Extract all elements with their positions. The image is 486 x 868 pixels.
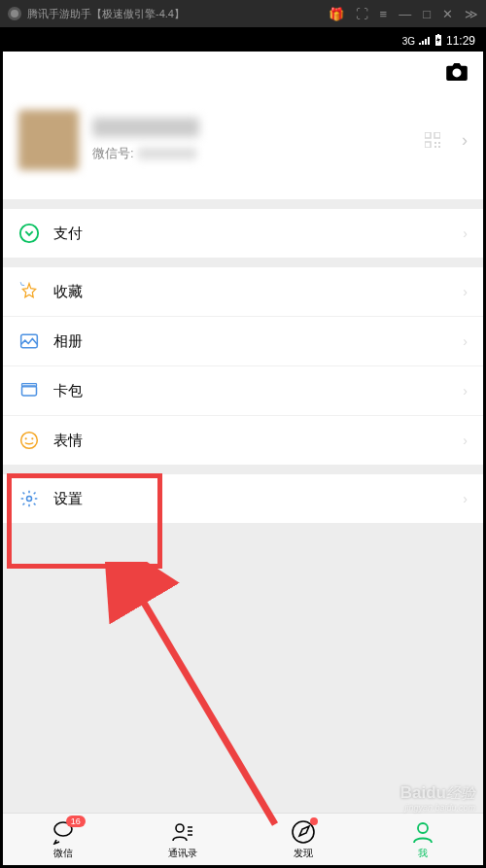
clock: 11:29 — [446, 34, 475, 48]
nickname — [92, 118, 199, 137]
badge: 16 — [66, 816, 86, 827]
svg-point-17 — [27, 497, 32, 502]
discover-icon — [291, 819, 316, 845]
settings-icon — [18, 488, 40, 509]
signal-bars-icon — [419, 34, 431, 48]
cards-icon — [18, 380, 40, 401]
gift-icon[interactable]: 🎁 — [329, 7, 344, 21]
chevron-right-icon: › — [463, 333, 468, 349]
menu-item-favorites[interactable]: 收藏 › — [3, 267, 483, 317]
svg-rect-12 — [22, 386, 37, 396]
album-icon — [18, 330, 40, 352]
empty-area — [3, 523, 483, 813]
fullscreen-icon[interactable]: ⛶ — [356, 7, 368, 21]
pay-icon — [18, 223, 40, 244]
signal-icon: 3G — [402, 36, 415, 47]
menu-item-settings[interactable]: 设置 › — [3, 474, 483, 523]
svg-point-19 — [176, 824, 184, 832]
chevron-right-icon: › — [463, 284, 468, 299]
sticker-icon — [18, 430, 40, 451]
close-icon[interactable]: ✕ — [442, 7, 453, 21]
tab-wechat[interactable]: 16 微信 — [3, 814, 123, 865]
tabbar: 16 微信 通讯录 发现 我 — [3, 813, 483, 865]
tab-me[interactable]: 我 — [364, 814, 484, 865]
menu-label: 表情 — [53, 432, 463, 450]
chevron-right-icon: › — [462, 130, 468, 151]
svg-point-16 — [31, 437, 33, 439]
emulator-title: 腾讯手游助手【极速傲引擎-4.4】 — [27, 7, 329, 21]
menu-item-cards[interactable]: 卡包 › — [3, 366, 483, 416]
contacts-icon — [170, 819, 195, 845]
tab-label: 微信 — [53, 847, 73, 860]
tab-label: 我 — [418, 847, 428, 860]
menu-group-pay: 支付 › — [3, 209, 483, 258]
header-bar — [3, 52, 483, 92]
svg-point-0 — [11, 10, 18, 17]
profile-section[interactable]: 微信号: › — [3, 92, 483, 199]
menu-group-content: 收藏 › 相册 › 卡包 › 表情 — [3, 267, 483, 465]
favorites-icon — [18, 281, 40, 302]
menu-label: 支付 — [53, 225, 463, 243]
emulator-logo-icon — [8, 7, 21, 20]
tab-discover[interactable]: 发现 — [243, 814, 364, 865]
minimize-icon[interactable]: — — [399, 7, 411, 21]
menu-item-sticker[interactable]: 表情 › — [3, 416, 483, 465]
svg-rect-2 — [437, 34, 439, 35]
svg-rect-6 — [434, 142, 436, 144]
chat-icon: 16 — [51, 819, 76, 845]
menu-group-settings: 设置 › — [3, 474, 483, 523]
svg-rect-5 — [425, 142, 431, 148]
android-statusbar: 3G 11:29 — [3, 30, 483, 52]
svg-rect-4 — [434, 132, 440, 138]
svg-point-14 — [21, 433, 38, 449]
profile-info: 微信号: — [92, 118, 411, 162]
chevron-right-icon: › — [463, 226, 468, 241]
chevron-right-icon: › — [463, 491, 468, 506]
svg-point-10 — [20, 225, 38, 242]
wechat-id-row: 微信号: — [92, 145, 411, 162]
maximize-icon[interactable]: □ — [423, 7, 431, 21]
tab-contacts[interactable]: 通讯录 — [123, 814, 244, 865]
camera-icon[interactable] — [446, 63, 468, 81]
svg-point-21 — [418, 823, 428, 833]
wechat-id-label: 微信号: — [92, 145, 134, 162]
avatar — [18, 110, 79, 170]
svg-rect-3 — [425, 132, 431, 138]
menu-label: 设置 — [53, 490, 463, 508]
battery-icon — [434, 34, 442, 49]
svg-rect-8 — [434, 146, 436, 148]
svg-rect-13 — [22, 384, 37, 387]
app-screen: 微信号: › 支付 › — [3, 52, 483, 865]
chevron-right-icon: › — [463, 433, 468, 448]
menu-item-album[interactable]: 相册 › — [3, 317, 483, 366]
chevron-right-icon: › — [463, 383, 468, 399]
tab-label: 发现 — [294, 847, 313, 860]
qrcode-icon[interactable] — [425, 132, 440, 148]
phone-frame: 3G 11:29 微信号: — [0, 27, 486, 868]
me-icon — [410, 819, 435, 845]
menu-item-pay[interactable]: 支付 › — [3, 209, 483, 258]
menu-label: 收藏 — [53, 283, 463, 301]
svg-rect-7 — [438, 142, 440, 144]
menu-icon[interactable]: ≡ — [380, 7, 388, 21]
svg-rect-9 — [438, 146, 440, 148]
tab-label: 通讯录 — [168, 847, 197, 860]
menu-label: 卡包 — [53, 382, 463, 400]
svg-point-15 — [25, 437, 27, 439]
wechat-id-value — [138, 148, 196, 159]
emulator-titlebar: 腾讯手游助手【极速傲引擎-4.4】 🎁 ⛶ ≡ — □ ✕ ≫ — [0, 0, 486, 27]
dot-badge — [310, 817, 318, 825]
menu-label: 相册 — [53, 332, 463, 351]
more-icon[interactable]: ≫ — [465, 7, 478, 21]
